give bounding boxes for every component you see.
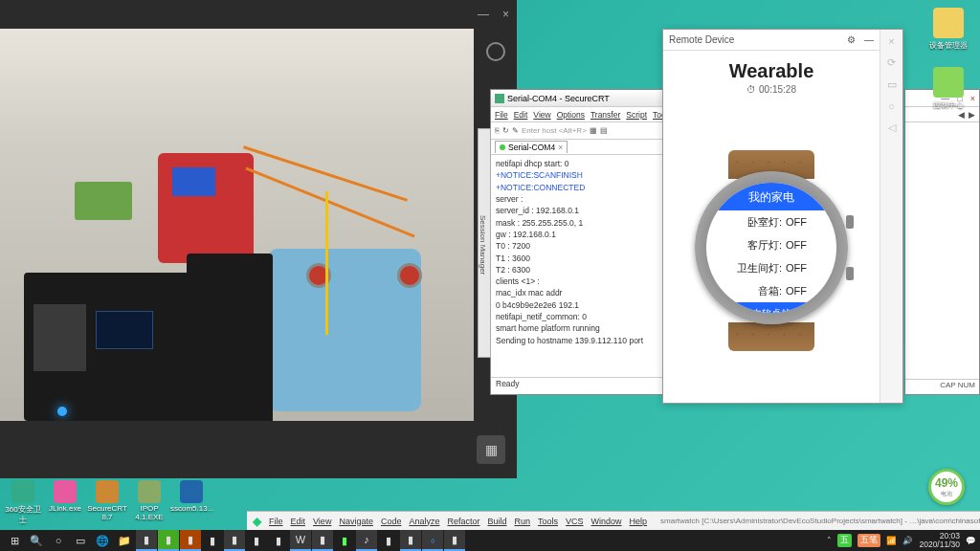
ide-menu-view[interactable]: View (313, 517, 331, 526)
search-icon[interactable]: 🔍 (26, 530, 47, 551)
ide-menu-window[interactable]: Window (591, 517, 622, 526)
crt-menu-script[interactable]: Script (626, 110, 647, 120)
emulator-back-icon[interactable]: ◁ (888, 121, 896, 134)
crt-menu-file[interactable]: File (495, 110, 508, 120)
appliance-row-bedroom[interactable]: 卧室灯: OFF (706, 210, 836, 233)
emulator-close-icon[interactable]: × (888, 35, 894, 47)
ide-menu[interactable]: ◆ File Edit View Navigate Code Analyze R… (247, 515, 653, 528)
app-task[interactable]: ▮ (268, 530, 289, 551)
remote-device-min[interactable]: — (864, 34, 874, 45)
app-task[interactable]: ▮ (400, 530, 421, 551)
ide-menu-edit[interactable]: Edit (291, 517, 306, 526)
app-task[interactable]: ♪ (356, 530, 377, 551)
appliance-row-living[interactable]: 客厅灯: OFF (706, 233, 836, 256)
taskview-icon[interactable]: ▭ (70, 530, 91, 551)
system-tray: ˄ 五 五笔 📶 🔊 20:03 2020/11/30 💬 (827, 532, 976, 550)
app-task[interactable]: ▮ (224, 530, 245, 551)
row-value: OFF (786, 262, 818, 274)
crt-host-field[interactable]: Enter host <Alt+R> (522, 126, 587, 135)
terminal-task[interactable]: ▮ (136, 530, 157, 551)
row-value: OFF (786, 216, 818, 228)
taskbar: ⊞ 🔍 ○ ▭ 🌐 📁 ▮ ▮ ▮ ▮ ▮ ▮ ▮ W ▮ ▮ ♪ ▮ ▮ ⬨ … (0, 530, 980, 551)
ime-badge[interactable]: 五笔 (858, 534, 880, 547)
icon-label: 控制中心 (926, 99, 970, 110)
app-task[interactable]: ▮ (180, 530, 201, 551)
emulator-rotate-icon[interactable]: ⟳ (887, 56, 896, 69)
control-center-icon (933, 67, 964, 98)
app-task[interactable]: ▮ (312, 530, 333, 551)
crt-tool-icon[interactable]: ▤ (600, 126, 608, 135)
camera-body (0, 29, 517, 421)
emulator-screenshot-icon[interactable]: ▭ (887, 78, 897, 91)
app-task[interactable]: ▮ (444, 530, 465, 551)
crt-tool-icon[interactable]: ↻ (502, 126, 509, 135)
crt-session-manager-tab[interactable]: Session Manager (478, 128, 491, 358)
emulator-home-icon[interactable]: ○ (888, 100, 895, 112)
desktop-icon[interactable]: 控制中心 (926, 67, 970, 110)
edge-icon[interactable]: 🌐 (92, 530, 113, 551)
clock[interactable]: 20:03 2020/11/30 (919, 532, 960, 550)
volume-icon[interactable]: 🔊 (902, 536, 913, 545)
app-task[interactable]: ▮ (334, 530, 355, 551)
start-button[interactable]: ⊞ (4, 530, 25, 551)
desktop-icon[interactable]: 360安全卫士 (2, 480, 44, 525)
camera-close-button[interactable]: × (502, 8, 509, 21)
crt-menu-edit[interactable]: Edit (514, 110, 528, 120)
secondary-window: — □ × ◀ ▶ CAP NUM (904, 89, 980, 395)
desktop-icon[interactable]: sscom5.13... (170, 480, 212, 513)
ide-menu-build[interactable]: Build (487, 517, 506, 526)
crt-menu-transfer[interactable]: Transfer (590, 110, 620, 120)
gear-icon[interactable]: ⚙ (847, 34, 856, 45)
camera-bottom-bar: ▦ (0, 421, 517, 478)
camera-feed (0, 29, 474, 421)
tri-right-icon[interactable]: ▶ (969, 110, 975, 120)
ide-menu-help[interactable]: Help (630, 517, 648, 526)
desktop-icon[interactable]: IPOP 4.1.EXE (128, 480, 170, 521)
ide-menu-vcs[interactable]: VCS (566, 517, 584, 526)
desktop-icon[interactable]: SecureCRT 8.7 (86, 480, 128, 521)
ide-menu-file[interactable]: File (269, 517, 283, 526)
battery-widget[interactable]: 49% 电池 (928, 469, 965, 505)
crt-tab-serial[interactable]: Serial-COM4 × (495, 141, 568, 153)
app-task[interactable]: ▮ (158, 530, 179, 551)
camera-minimize-button[interactable]: — (478, 8, 489, 21)
vscode-task[interactable]: ⬨ (422, 530, 443, 551)
watch-side-button[interactable] (846, 267, 854, 280)
explorer-icon[interactable]: 📁 (114, 530, 135, 551)
crt-menu-options[interactable]: Options (557, 110, 585, 120)
crt-tool-icon[interactable]: ✎ (512, 126, 519, 135)
crt-menu-view[interactable]: View (533, 110, 550, 120)
crt-menubar[interactable]: File Edit View Options Transfer Script T… (491, 107, 667, 122)
ide-menu-code[interactable]: Code (381, 517, 402, 526)
tray-chevron-icon[interactable]: ˄ (827, 536, 832, 545)
connected-dot-icon (500, 144, 505, 150)
crt-terminal-output[interactable]: netifapi dhcp start: 0 +NOTICE:SCANFINIS… (491, 155, 667, 377)
ide-menu-run[interactable]: Run (515, 517, 531, 526)
secondary-close[interactable]: × (970, 94, 975, 103)
app-task[interactable]: W (290, 530, 311, 551)
app-task[interactable]: ▮ (246, 530, 267, 551)
ide-menu-navigate[interactable]: Navigate (339, 517, 373, 526)
ide-menu-refactor[interactable]: Refactor (447, 517, 479, 526)
appliance-row-bathroom[interactable]: 卫生间灯: OFF (706, 256, 836, 279)
app-task[interactable]: ▮ (378, 530, 399, 551)
ime-indicator[interactable]: 五 (837, 534, 852, 547)
ide-menu-tools[interactable]: Tools (538, 517, 558, 526)
desktop-icon[interactable]: 设备管理器 (926, 8, 970, 51)
gallery-button[interactable]: ▦ (477, 435, 505, 464)
network-icon[interactable]: 📶 (886, 536, 897, 545)
desktop-icon[interactable]: JLink.exe (44, 480, 86, 513)
cortana-icon[interactable]: ○ (48, 530, 69, 551)
crt-tabbar: Serial-COM4 × (491, 140, 667, 155)
watch-face[interactable]: 我的家电 卧室灯: OFF 客厅灯: OFF 卫生间灯: OFF 音箱: (706, 183, 836, 313)
app-task[interactable]: ▮ (202, 530, 223, 551)
app-icon (54, 480, 77, 503)
watch-crown-button[interactable] (846, 215, 854, 229)
crt-tool-icon[interactable]: ▦ (590, 126, 597, 135)
crt-tool-icon[interactable]: ⎘ (495, 126, 500, 135)
notifications-icon[interactable]: 💬 (966, 536, 976, 545)
crt-tab-close[interactable]: × (558, 143, 563, 152)
tri-left-icon[interactable]: ◀ (958, 110, 965, 120)
ide-menu-analyze[interactable]: Analyze (409, 517, 439, 526)
record-icon[interactable] (486, 42, 505, 61)
